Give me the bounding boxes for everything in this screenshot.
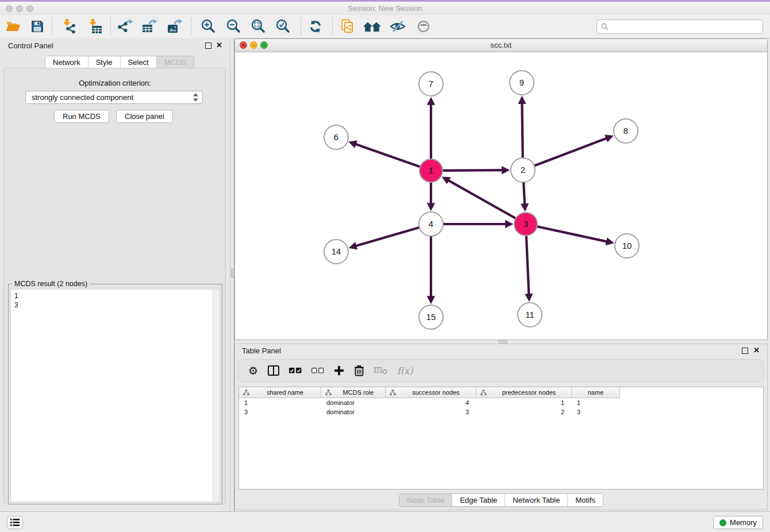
toolbar-separator xyxy=(110,18,111,35)
refresh-icon[interactable] xyxy=(306,17,325,36)
toolbar-separator xyxy=(52,18,52,35)
tab-style[interactable]: Style xyxy=(88,56,120,68)
split-view-icon[interactable] xyxy=(268,365,279,376)
graph-node-label: 4 xyxy=(429,219,433,229)
control-panel-tabs: NetworkStyleSelectMCDS xyxy=(45,56,194,69)
optimization-criterion-label: Optimization criterion: xyxy=(0,79,230,87)
save-session-icon[interactable] xyxy=(28,17,47,36)
import-network-icon[interactable] xyxy=(59,17,79,36)
select-all-checkboxes-icon[interactable] xyxy=(289,368,302,373)
float-table-panel-icon[interactable] xyxy=(742,348,748,354)
table-cell: 3 xyxy=(239,408,321,415)
search-input[interactable] xyxy=(611,22,763,32)
delete-table-icon[interactable] xyxy=(374,367,387,375)
criterion-select[interactable]: strongly connected component xyxy=(25,91,203,104)
deselect-all-checkboxes-icon[interactable] xyxy=(311,368,324,373)
float-panel-icon[interactable] xyxy=(205,43,211,49)
table-header-row: shared nameMCDS rolesuccessor nodesprede… xyxy=(239,387,763,398)
zoom-out-icon[interactable] xyxy=(224,17,243,36)
toolbar-separator xyxy=(301,18,301,35)
table-row[interactable]: 3dominator323 xyxy=(239,407,763,417)
table-cell: 1 xyxy=(476,399,572,406)
export-table-icon[interactable] xyxy=(140,17,160,36)
column-tree-icon xyxy=(325,390,332,395)
graph-edge-1-6[interactable] xyxy=(355,144,431,171)
graph-node-label: 1 xyxy=(429,165,433,175)
memory-label: Memory xyxy=(730,518,757,527)
mcds-result-group: MCDS result (2 nodes) 13 xyxy=(8,284,222,504)
column-label: successor nodes xyxy=(396,389,476,396)
zoom-selected-icon[interactable] xyxy=(273,17,292,36)
graph-edge-3-10[interactable] xyxy=(526,224,608,242)
task-history-button[interactable] xyxy=(7,516,23,529)
clone-network-icon[interactable] xyxy=(338,17,357,36)
table-cell: dominator xyxy=(321,399,386,406)
network-canvas[interactable]: 7968124314101511 xyxy=(235,52,767,340)
column-tree-icon xyxy=(480,390,487,395)
list-icon xyxy=(10,519,20,526)
settings-icon[interactable]: ⚙ xyxy=(248,365,258,376)
tab-select[interactable]: Select xyxy=(120,56,156,68)
control-panel-title: Control Panel xyxy=(8,41,53,50)
graph-node-label: 9 xyxy=(519,78,524,87)
tab-edge-table[interactable]: Edge Table xyxy=(452,494,505,506)
import-table-icon[interactable] xyxy=(85,17,105,36)
add-column-icon[interactable] xyxy=(334,365,344,376)
close-panel-button[interactable]: Close panel xyxy=(116,110,173,123)
tab-node-table[interactable]: Node Table xyxy=(399,494,452,506)
delete-column-icon[interactable] xyxy=(354,365,364,376)
run-mcds-button[interactable]: Run MCDS xyxy=(54,110,109,123)
table-tabs: Node TableEdge TableNetwork TableMotifs xyxy=(399,494,603,507)
graph-node-label: 8 xyxy=(623,126,628,136)
table-toolbar: ⚙ f(x) xyxy=(238,359,764,382)
column-header-name[interactable]: name xyxy=(572,387,620,398)
table-panel: Table Panel ✕ ⚙ f(x) shared nameMCDS rol… xyxy=(234,344,768,510)
column-header-successor-nodes[interactable]: successor nodes xyxy=(386,387,476,398)
result-scrollbar[interactable] xyxy=(213,290,220,502)
column-label: name xyxy=(572,389,619,396)
close-table-panel-icon[interactable]: ✕ xyxy=(753,346,760,354)
table-cell: 2 xyxy=(476,408,572,415)
search-field[interactable] xyxy=(596,20,763,34)
tab-network-table[interactable]: Network Table xyxy=(505,494,567,506)
table-body: 1dominator4113dominator323 xyxy=(239,398,763,417)
export-image-icon[interactable] xyxy=(165,17,185,36)
mcds-result-area[interactable]: 13 xyxy=(10,289,220,502)
control-panel: Control Panel ✕ NetworkStyleSelectMCDS O… xyxy=(0,38,230,511)
graph-node-label: 15 xyxy=(426,312,436,322)
first-neighbors-icon[interactable] xyxy=(363,17,382,36)
close-panel-icon[interactable]: ✕ xyxy=(216,41,222,49)
function-builder-icon[interactable]: f(x) xyxy=(397,365,413,376)
open-session-icon[interactable] xyxy=(3,17,23,36)
column-header-mcds-role[interactable]: MCDS role xyxy=(321,387,386,398)
table-cell: 4 xyxy=(386,399,476,406)
graph-node-label: 7 xyxy=(429,79,433,88)
table-cell: 3 xyxy=(386,408,476,415)
zoom-in-icon[interactable] xyxy=(198,17,218,36)
select-stepper-icon xyxy=(193,93,198,102)
network-view-window: ✕ − + scc.txt 7968124314101511 xyxy=(234,38,768,340)
zoom-fit-icon[interactable] xyxy=(248,17,268,36)
graph-node-label: 11 xyxy=(525,310,534,319)
criterion-selected-value: strongly connected component xyxy=(32,93,193,102)
mcds-result-text: 13 xyxy=(11,290,213,502)
tab-network[interactable]: Network xyxy=(45,56,88,68)
memory-status-dot xyxy=(719,519,726,526)
tab-motifs[interactable]: Motifs xyxy=(567,494,603,506)
column-header-predecessor-nodes[interactable]: predecessor nodes xyxy=(476,387,572,398)
tab-mcds[interactable]: MCDS xyxy=(156,56,194,68)
column-header-shared-name[interactable]: shared name xyxy=(239,387,321,398)
hide-selected-icon[interactable] xyxy=(388,17,407,36)
graph-edge-2-8[interactable] xyxy=(523,138,607,170)
network-window-titlebar[interactable]: ✕ − + scc.txt xyxy=(235,39,767,52)
column-tree-icon xyxy=(390,390,396,395)
table-row[interactable]: 1dominator411 xyxy=(239,398,763,407)
memory-button[interactable]: Memory xyxy=(713,516,763,529)
network-graph[interactable]: 7968124314101511 xyxy=(235,52,767,340)
graph-node-label: 14 xyxy=(332,246,341,256)
graph-edge-3-1[interactable] xyxy=(448,180,526,224)
show-all-icon[interactable] xyxy=(414,17,433,36)
vertical-splitter[interactable] xyxy=(230,38,234,511)
export-network-icon[interactable] xyxy=(116,17,135,36)
main-toolbar xyxy=(0,15,770,38)
